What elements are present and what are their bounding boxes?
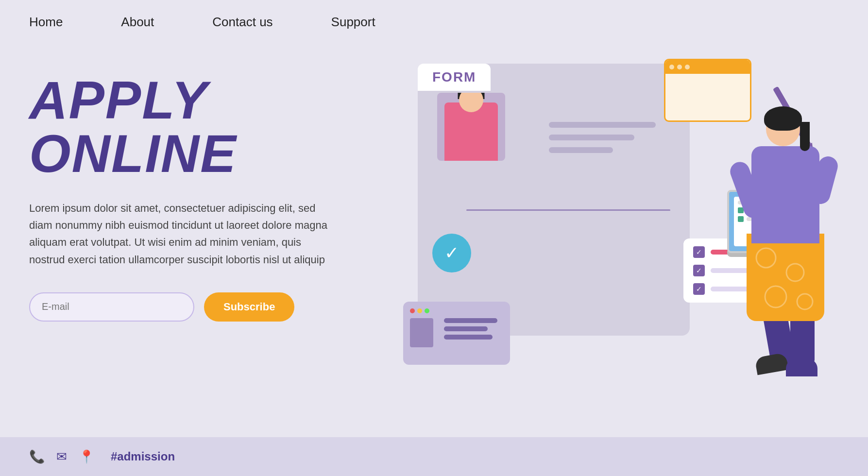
nav-home[interactable]: Home [29,15,63,30]
right-illustration: FORM [389,54,839,404]
nav-contact[interactable]: Contact us [212,15,272,30]
win-max-btn [685,65,690,69]
profile-photo-area [437,93,505,161]
left-section: APPLY ONLINE Lorem ipsum dolor sit amet,… [29,54,369,322]
char-skirt [747,234,824,321]
char-hair-tail [800,122,810,151]
char-shoe-left [754,353,788,375]
mini-box [410,318,433,347]
svg-point-3 [797,294,813,309]
mini-line-3 [444,335,493,340]
mini-line-2 [444,326,488,331]
mini-card-content [410,318,503,347]
main-content: APPLY ONLINE Lorem ipsum dolor sit amet,… [0,44,868,404]
mini-browser-card [403,302,510,365]
mini-card-bar [410,308,503,313]
checkbox-3: ✓ [693,283,705,295]
mini-dot-green [425,308,429,313]
hero-title: APPLY ONLINE [29,73,369,180]
nav-support[interactable]: Support [331,15,375,30]
nav-about[interactable]: About [121,15,154,30]
form-divider [466,209,670,211]
email-icon: ✉ [56,449,67,464]
navigation: Home About Contact us Support [0,0,868,44]
mini-dot-red [410,308,415,313]
form-card [418,64,690,336]
char-body [751,146,819,243]
footer-hashtag: #admission [111,450,175,463]
skirt-pattern [747,234,824,321]
footer: 📞 ✉ 📍 #admission [0,437,868,476]
blue-checkmark: ✓ [432,234,471,272]
form-line-1 [549,122,656,128]
phone-icon: 📞 [29,449,45,464]
svg-point-1 [786,264,804,281]
checkbox-1: ✓ [693,246,705,258]
mini-line-1 [444,318,497,323]
char-shoe-right [786,359,817,376]
laptop-check-2 [738,216,744,222]
win-close-btn [669,65,674,69]
svg-point-0 [756,248,776,268]
location-icon: 📍 [79,449,94,464]
email-row: Subscribe [29,292,369,322]
profile-figure [444,102,498,161]
orange-window-widget [664,59,751,122]
form-text-lines [549,122,656,160]
svg-point-2 [765,286,786,307]
form-tab-label: FORM [418,64,491,91]
subscribe-button[interactable]: Subscribe [204,292,294,322]
form-line-3 [549,147,613,153]
profile-head [459,93,483,112]
char-hair [764,106,802,131]
form-line-2 [549,135,634,140]
mini-lines [444,318,497,347]
checkbox-2: ✓ [693,265,705,276]
window-bar [665,60,750,74]
email-input[interactable] [29,292,194,322]
win-min-btn [677,65,682,69]
mini-dot-yellow [417,308,422,313]
hero-description: Lorem ipsum dolor sit amet, consectetuer… [29,200,330,268]
